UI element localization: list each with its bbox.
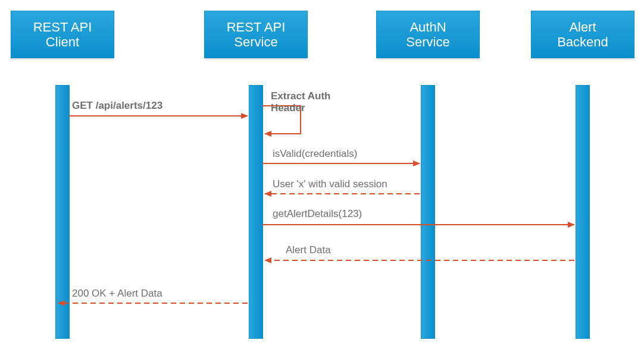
actor-backend: Alert Backend bbox=[531, 11, 634, 58]
msg-extract-header: Extract Auth Header bbox=[271, 90, 330, 114]
actor-service: REST API Service bbox=[204, 11, 308, 58]
msg-get-alert-details: getAlertDetails(123) bbox=[273, 208, 362, 220]
actor-label: REST API Client bbox=[33, 20, 92, 50]
actor-label: REST API Service bbox=[227, 20, 286, 50]
msg-valid-session: User 'x' with valid session bbox=[273, 178, 387, 190]
actor-label: AuthN Service bbox=[406, 20, 449, 50]
actor-label: Alert Backend bbox=[557, 20, 608, 50]
msg-response-200: 200 OK + Alert Data bbox=[72, 288, 162, 300]
lifeline-client bbox=[55, 85, 70, 339]
lifeline-authn bbox=[421, 85, 435, 339]
lifeline-service bbox=[249, 85, 263, 339]
actor-authn: AuthN Service bbox=[376, 11, 480, 58]
lifeline-backend bbox=[576, 85, 590, 339]
sequence-diagram: REST API Client REST API Service AuthN S… bbox=[0, 0, 644, 359]
msg-alert-data: Alert Data bbox=[286, 244, 331, 256]
msg-get-request: GET /api/alerts/123 bbox=[72, 100, 162, 112]
actor-client: REST API Client bbox=[11, 11, 114, 58]
msg-is-valid: isValid(credentials) bbox=[273, 148, 357, 160]
